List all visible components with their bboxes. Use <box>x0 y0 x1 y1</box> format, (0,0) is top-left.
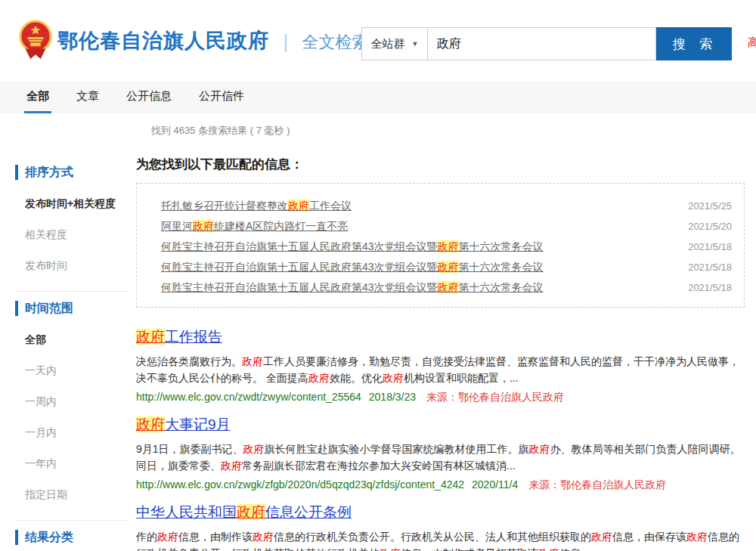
chevron-down-icon: ▼ <box>412 40 419 48</box>
sidebar-item[interactable]: 发布时间 <box>25 259 136 273</box>
text-segment: 第十六次常务会议 <box>459 261 544 273</box>
highlighted-keyword: 政府 <box>221 460 242 472</box>
search-scope-select[interactable]: 全站群 ▼ <box>361 27 428 60</box>
highlighted-keyword: 政府 <box>243 443 265 455</box>
text-segment: 信息，由制作或者最初获取该 <box>401 547 538 551</box>
national-emblem-logo <box>18 20 53 60</box>
text-segment: 信息，由制作该 <box>178 531 253 543</box>
best-match-date: 2021/5/20 <box>688 221 732 232</box>
highlighted-keyword: 政府 <box>383 372 404 384</box>
text-segment: 机构设置和职能配置，... <box>404 372 519 384</box>
text-segment: 作的 <box>136 531 157 543</box>
text-segment: 大事记9月 <box>165 416 231 432</box>
sidebar-item[interactable]: 全部 <box>25 333 136 347</box>
best-match-row: 何胜宝主持召开自治旗第十五届人民政府第43次党组会议暨政府第十六次常务会议202… <box>161 261 732 274</box>
result-url[interactable]: http://www.elc.gov.cn/zwgk/zfgb/2020n/d5… <box>136 478 464 491</box>
result-title[interactable]: 中华人民共和国政府信息公开条例 <box>136 503 745 522</box>
highlighted-keyword: 政府 <box>380 547 401 551</box>
sidebar-divider <box>15 520 129 521</box>
tab-3[interactable]: 公开信件 <box>197 82 246 113</box>
best-match-link[interactable]: 何胜宝主持召开自治旗第十五届人民政府第43次党组会议暨政府第十六次常务会议 <box>161 261 544 274</box>
highlighted-keyword: 政府 <box>438 240 459 252</box>
result-snippet: 决惩治各类腐败行为。政府工作人员要廉洁修身，勤勉尽责，自觉接受法律监督、监察监督… <box>136 353 745 386</box>
result-item: 政府大事记9月9月1日，旗委副书记、政府旗长何胜宝赴旗实验小学督导国家统编教材使… <box>136 415 745 492</box>
text-segment: 中华人民共和国 <box>136 504 237 520</box>
text-segment: 信息... <box>559 547 590 551</box>
result-snippet: 作的政府信息，由制作该政府信息的行政机关负责公开。行政机关从公民、法人和其他组织… <box>136 528 745 551</box>
best-match-link[interactable]: 阿里河政府统建楼A区院内路灯一直不亮 <box>161 220 348 234</box>
search-scope-value: 全站群 <box>371 37 405 51</box>
best-match-link[interactable]: 托扎敏乡召开统计督察整改政府工作会议 <box>161 200 352 213</box>
tab-1[interactable]: 文章 <box>74 82 101 113</box>
sidebar-item[interactable]: 一周内 <box>25 395 136 409</box>
result-item: 政府工作报告决惩治各类腐败行为。政府工作人员要廉洁修身，勤勉尽责，自觉接受法律监… <box>136 327 745 404</box>
result-date: 2018/3/23 <box>369 391 416 403</box>
best-match-date: 2021/5/18 <box>688 262 732 273</box>
tab-2[interactable]: 公开信息 <box>124 82 174 113</box>
text-segment: 工作会议 <box>309 200 352 212</box>
sidebar-item[interactable]: 相关程度 <box>25 228 136 242</box>
highlighted-keyword: 政府 <box>157 531 178 543</box>
content: 排序方式发布时间+相关程度相关程度发布时间时间范围全部一天内一周内一月内一年内指… <box>0 156 756 551</box>
highlighted-keyword: 政府 <box>253 531 274 543</box>
best-match-date: 2021/5/18 <box>688 241 732 252</box>
text-segment: 效能。优化 <box>330 372 383 384</box>
search-bar: 全站群 ▼ 搜 索 <box>361 27 732 60</box>
text-segment: 何胜宝主持召开自治旗第十五届人民政府第43次党组会议暨 <box>161 281 438 293</box>
text-segment: 9月1日，旗委副书记、 <box>136 443 243 455</box>
highlighted-keyword: 政府 <box>193 220 214 232</box>
text-segment: 信息的行政机关负责公开。行政机关从公民、法人和其他组织获取的 <box>274 531 591 543</box>
highlighted-keyword: 政府 <box>242 355 263 367</box>
result-meta: http://www.elc.gov.cn/zwgk/zfgb/2020n/d5… <box>136 478 745 492</box>
highlighted-keyword: 政府 <box>438 281 459 293</box>
sidebar-item[interactable]: 一年内 <box>25 457 136 471</box>
highlighted-keyword: 政府 <box>136 416 165 432</box>
result-url[interactable]: http://www.elc.gov.cn/zwdt/zwyw/content_… <box>136 391 361 403</box>
result-list: 政府工作报告决惩治各类腐败行为。政府工作人员要廉洁修身，勤勉尽责，自觉接受法律监… <box>136 327 745 551</box>
sidebar-item[interactable]: 一月内 <box>25 426 136 440</box>
sidebar-section-title: 结果分类 <box>15 530 136 545</box>
advanced-search-link[interactable]: 高 <box>748 36 756 50</box>
result-snippet: 9月1日，旗委副书记、政府旗长何胜宝赴旗实验小学督导国家统编教材使用工作。旗政府… <box>136 441 745 474</box>
result-title[interactable]: 政府工作报告 <box>136 327 745 347</box>
highlighted-keyword: 政府 <box>308 372 330 384</box>
tab-0[interactable]: 全部 <box>24 82 51 113</box>
text-segment: 工作报告 <box>165 329 222 345</box>
best-match-link[interactable]: 何胜宝主持召开自治旗第十五届人民政府第43次党组会议暨政府第十六次常务会议 <box>161 281 544 295</box>
result-meta: http://www.elc.gov.cn/zwdt/zwyw/content_… <box>136 391 745 404</box>
result-source: 来源：鄂伦春自治旗人民政府 <box>426 391 564 403</box>
best-match-row: 何胜宝主持召开自治旗第十五届人民政府第43次党组会议暨政府第十六次常务会议202… <box>161 281 732 295</box>
highlighted-keyword: 政府 <box>136 329 165 345</box>
title-separator: ｜ <box>277 29 295 54</box>
text-segment: 常务副旗长邵宏君在海拉尔参加大兴安岭国有林区城镇消... <box>242 460 516 472</box>
text-segment: 旗长何胜宝赴旗实验小学督导国家统编教材使用工作。旗 <box>265 443 529 455</box>
result-date: 2020/11/4 <box>472 478 518 491</box>
highlighted-keyword: 政府 <box>529 443 550 455</box>
highlighted-keyword: 政府 <box>288 200 309 212</box>
result-source: 来源：鄂伦春自治旗人民政府 <box>528 478 666 491</box>
sidebar-item[interactable]: 指定日期 <box>25 488 136 502</box>
results-info: 找到 4635 条搜索结果 ( 7 毫秒 ) <box>151 124 756 138</box>
text-segment: 信息，由保存该 <box>612 531 686 543</box>
best-match-row: 托扎敏乡召开统计督察整改政府工作会议2021/5/25 <box>161 200 732 213</box>
highlighted-keyword: 政府 <box>237 504 265 520</box>
sidebar-divider <box>15 291 129 292</box>
result-title[interactable]: 政府大事记9月 <box>136 415 745 435</box>
text-segment: 第十六次常务会议 <box>459 240 544 252</box>
best-match-heading: 为您找到以下最匹配的信息： <box>136 156 745 173</box>
tab-bar: 全部文章公开信息公开信件 <box>0 82 756 113</box>
result-item: 中华人民共和国政府信息公开条例作的政府信息，由制作该政府信息的行政机关负责公开。… <box>136 503 745 551</box>
text-segment: 何胜宝主持召开自治旗第十五届人民政府第43次党组会议暨 <box>161 261 438 273</box>
best-match-link[interactable]: 何胜宝主持召开自治旗第十五届人民政府第43次党组会议暨政府第十六次常务会议 <box>161 240 544 254</box>
search-button[interactable]: 搜 索 <box>656 27 732 60</box>
best-match-row: 何胜宝主持召开自治旗第十五届人民政府第43次党组会议暨政府第十六次常务会议202… <box>161 240 732 254</box>
sidebar-item[interactable]: 发布时间+相关程度 <box>25 197 136 211</box>
sidebar-section-title: 排序方式 <box>15 165 136 180</box>
sidebar-item[interactable]: 一天内 <box>25 364 136 378</box>
best-match-date: 2021/5/18 <box>688 282 732 293</box>
text-segment: 托扎敏乡召开统计督察整改 <box>161 200 288 212</box>
highlighted-keyword: 政府 <box>591 531 612 543</box>
site-header: 鄂伦春自治旗人民政府 ｜ 全文检索 全站群 ▼ 搜 索 高 <box>0 0 756 82</box>
search-input[interactable] <box>428 27 656 60</box>
best-match-row: 阿里河政府统建楼A区院内路灯一直不亮2021/5/20 <box>161 220 732 234</box>
